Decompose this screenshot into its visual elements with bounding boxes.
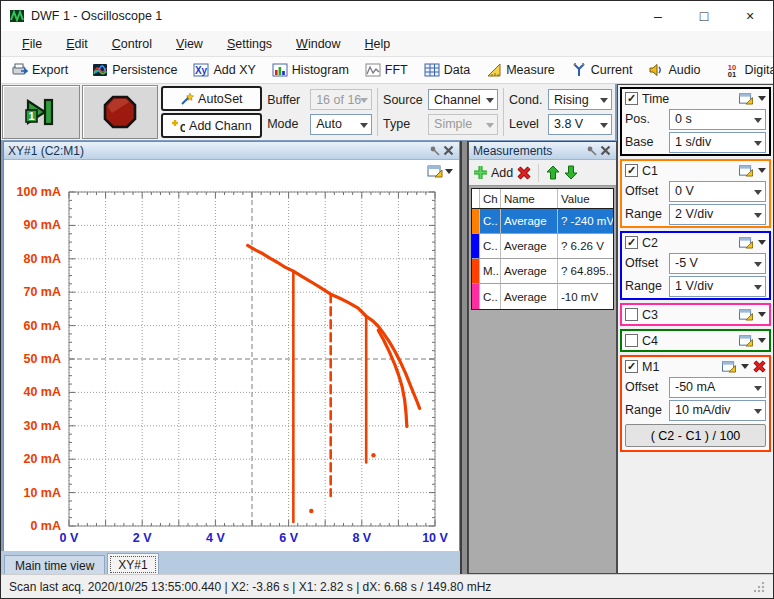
xy-chart[interactable]: 0 V2 V4 V6 V8 V10 V0 mA10 mA20 mA30 mA40… bbox=[4, 160, 459, 551]
c3-label: C3 bbox=[642, 308, 734, 322]
time-checkbox[interactable] bbox=[625, 92, 638, 105]
measurement-row[interactable]: C.. Average ? -240 mV bbox=[472, 209, 613, 234]
measurement-row[interactable]: M.. Average ? 64.895... bbox=[472, 259, 613, 284]
c2-options-icon[interactable] bbox=[738, 236, 754, 249]
tab-main-time-view[interactable]: Main time view bbox=[4, 555, 105, 576]
menu-window[interactable]: Window bbox=[285, 34, 351, 54]
menu-settings[interactable]: Settings bbox=[216, 34, 283, 54]
stop-button[interactable] bbox=[82, 85, 157, 139]
source-select[interactable]: Channel bbox=[428, 89, 498, 110]
c1-checkbox[interactable] bbox=[625, 164, 638, 177]
c3-checkbox[interactable] bbox=[625, 308, 638, 321]
export-button[interactable]: Export bbox=[5, 59, 75, 81]
buffer-select[interactable]: 16 of 16 bbox=[310, 89, 372, 110]
plot-options-button[interactable] bbox=[427, 164, 453, 178]
menu-edit[interactable]: Edit bbox=[55, 34, 99, 54]
measurements-header[interactable]: Measurements bbox=[469, 142, 616, 160]
col-ch: Ch bbox=[479, 189, 500, 208]
c2-range-select[interactable]: 1 V/div bbox=[669, 276, 766, 297]
c2-checkbox[interactable] bbox=[625, 236, 638, 249]
menu-control[interactable]: Control bbox=[101, 34, 163, 54]
m1-offset-select[interactable]: -50 mA bbox=[669, 377, 766, 398]
chevron-down-icon[interactable] bbox=[758, 96, 766, 101]
col-name: Name bbox=[500, 189, 557, 208]
m1-formula-button[interactable]: ( C2 - C1 ) / 100 bbox=[625, 424, 766, 447]
add-channel-button[interactable]: C Add Chann bbox=[161, 113, 263, 138]
run-button[interactable]: 1 bbox=[2, 85, 80, 139]
c2-offset-select[interactable]: -5 V bbox=[669, 253, 766, 274]
m1-checkbox[interactable] bbox=[625, 360, 638, 373]
time-base-select[interactable]: 1 s/div bbox=[669, 132, 766, 153]
autoset-wand-icon bbox=[180, 92, 194, 106]
measurement-row[interactable]: C.. Average ? 6.26 V bbox=[472, 234, 613, 259]
chevron-down-icon[interactable] bbox=[758, 168, 766, 173]
autoset-button[interactable]: AutoSet bbox=[161, 86, 263, 111]
delete-measurement-icon[interactable] bbox=[517, 166, 531, 180]
minimize-button[interactable]: – bbox=[635, 1, 681, 31]
current-button[interactable]: Current bbox=[564, 59, 640, 81]
move-down-icon[interactable] bbox=[564, 165, 578, 180]
measurement-row[interactable]: C.. Average -10 mV bbox=[472, 284, 613, 309]
histogram-button[interactable]: Histogram bbox=[265, 59, 356, 81]
close-button[interactable]: × bbox=[727, 1, 773, 31]
data-button[interactable]: Data bbox=[417, 59, 477, 81]
xy-plot-header[interactable]: XY#1 (C2:M1) bbox=[4, 142, 459, 160]
pin-icon[interactable] bbox=[584, 145, 598, 157]
svg-text:4 V: 4 V bbox=[206, 531, 225, 545]
add-measurement-button[interactable]: Add bbox=[473, 165, 513, 180]
maximize-button[interactable]: □ bbox=[681, 1, 727, 31]
status-text: Scan last acq. 2020/10/25 13:55:00.440 |… bbox=[9, 580, 491, 594]
audio-button[interactable]: Audio bbox=[641, 59, 707, 81]
mode-select[interactable]: Auto bbox=[310, 114, 372, 135]
condition-select[interactable]: Rising bbox=[548, 89, 612, 110]
acquisition-controls: 1 AutoSet C Add Chann bbox=[1, 84, 615, 140]
xy-plot-area[interactable]: 0 V2 V4 V6 V8 V10 V0 mA10 mA20 mA30 mA40… bbox=[4, 160, 459, 551]
plus-icon bbox=[473, 165, 488, 180]
type-select[interactable]: Simple bbox=[428, 114, 498, 135]
menu-file[interactable]: File bbox=[11, 34, 53, 54]
menu-view[interactable]: View bbox=[165, 34, 214, 54]
math1-section: M1 Offset -50 mA Range 10 mA/div ( C2 - … bbox=[620, 355, 771, 452]
chevron-down-icon[interactable] bbox=[741, 364, 749, 369]
svg-text:8 V: 8 V bbox=[352, 531, 371, 545]
separator bbox=[503, 88, 504, 136]
digital-button[interactable]: 1001 Digital bbox=[717, 59, 774, 81]
chevron-down-icon[interactable] bbox=[758, 338, 766, 343]
add-xy-button[interactable]: Xy Add XY bbox=[186, 59, 262, 81]
pin-icon[interactable] bbox=[427, 145, 441, 157]
measure-button[interactable]: Measure bbox=[479, 59, 562, 81]
tab-xy1[interactable]: XY#1 bbox=[107, 553, 158, 576]
fft-button[interactable]: FFT bbox=[358, 59, 415, 81]
m1-range-select[interactable]: 10 mA/div bbox=[669, 400, 766, 421]
c1-options-icon[interactable] bbox=[738, 164, 754, 177]
close-panel-icon[interactable] bbox=[441, 145, 455, 157]
chevron-down-icon bbox=[360, 98, 368, 103]
c1-range-select[interactable]: 2 V/div bbox=[669, 204, 766, 225]
resize-grip[interactable] bbox=[753, 581, 765, 593]
toolbar: Export Persistence Xy Add XY Histogram F… bbox=[1, 57, 773, 84]
remove-m1-icon[interactable] bbox=[753, 360, 766, 373]
svg-text:Xy: Xy bbox=[195, 65, 208, 76]
close-panel-icon[interactable] bbox=[598, 145, 612, 157]
menu-help[interactable]: Help bbox=[354, 34, 402, 54]
panel-splitter[interactable] bbox=[460, 141, 468, 574]
add-xy-icon: Xy bbox=[193, 62, 209, 78]
time-options-icon[interactable] bbox=[738, 92, 754, 105]
app-window: DWF 1 - Oscilloscope 1 – □ × File Edit C… bbox=[0, 0, 774, 599]
chevron-down-icon[interactable] bbox=[758, 240, 766, 245]
type-label: Type bbox=[383, 117, 423, 131]
measurements-table: Ch Name Value C.. Average ? -240 mV C.. … bbox=[471, 188, 614, 310]
measure-icon bbox=[486, 62, 502, 78]
chevron-down-icon[interactable] bbox=[758, 312, 766, 317]
move-up-icon[interactable] bbox=[546, 165, 560, 180]
c4-options-icon[interactable] bbox=[738, 334, 754, 347]
time-position-select[interactable]: 0 s bbox=[669, 109, 766, 130]
m1-options-icon[interactable] bbox=[721, 360, 737, 373]
source-label: Source bbox=[383, 93, 423, 107]
level-select[interactable]: 3.8 V bbox=[548, 114, 612, 135]
persistence-button[interactable]: Persistence bbox=[85, 59, 184, 81]
c1-offset-select[interactable]: 0 V bbox=[669, 181, 766, 202]
c4-checkbox[interactable] bbox=[625, 334, 638, 347]
channel4-section: C4 bbox=[620, 329, 771, 352]
c3-options-icon[interactable] bbox=[738, 308, 754, 321]
